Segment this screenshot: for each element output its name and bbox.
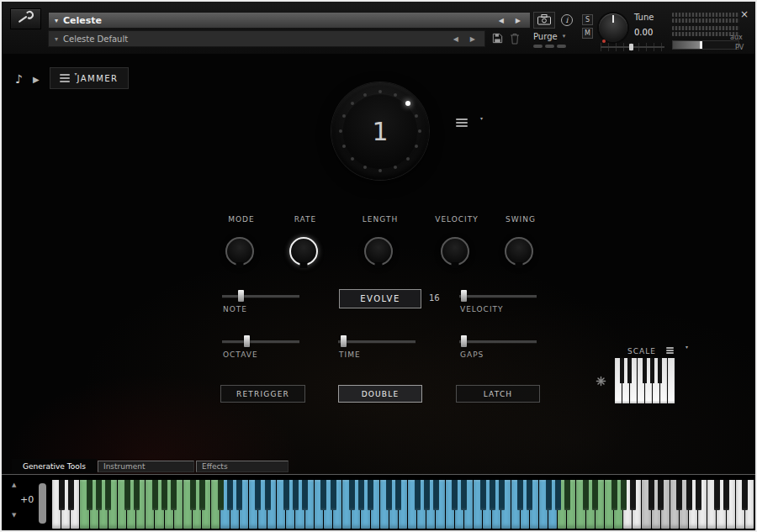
black-key[interactable] [68, 480, 74, 510]
next-instrument-button[interactable]: ▶ [512, 17, 524, 24]
slider-handle[interactable] [461, 335, 467, 347]
black-key[interactable] [331, 480, 336, 510]
next-preset-button[interactable]: ▶ [467, 35, 479, 43]
black-key[interactable] [583, 480, 589, 510]
length-knob[interactable] [364, 237, 393, 266]
black-key[interactable] [517, 480, 523, 510]
black-key[interactable] [415, 480, 421, 510]
solo-button[interactable]: S [582, 14, 593, 25]
black-key[interactable] [490, 480, 495, 510]
black-key[interactable] [714, 480, 720, 510]
retrigger-button[interactable]: RETRIGGER [220, 385, 305, 403]
scale-black-key[interactable] [643, 358, 647, 383]
black-key[interactable] [630, 480, 636, 510]
slider-handle[interactable] [341, 335, 347, 347]
black-key[interactable] [592, 480, 598, 510]
scale-pin-icon[interactable] [596, 374, 607, 386]
black-key[interactable] [59, 480, 65, 510]
mute-button[interactable]: M [582, 28, 593, 39]
scale-menu-button[interactable]: ▾ [666, 347, 681, 357]
purge-menu[interactable]: Purge ▾ [533, 30, 565, 42]
mode-knob[interactable] [225, 237, 254, 266]
volume-handle[interactable] [700, 41, 702, 49]
black-key[interactable] [452, 480, 458, 510]
black-key[interactable] [546, 480, 552, 510]
pan-handle[interactable] [629, 44, 633, 50]
octave-down-button[interactable]: ▼ [12, 512, 16, 519]
scale-black-key[interactable] [620, 358, 624, 383]
chevron-down-icon[interactable]: ▾ [55, 17, 58, 24]
black-key[interactable] [283, 480, 289, 510]
black-key[interactable] [499, 480, 505, 510]
black-key[interactable] [386, 480, 392, 510]
black-key[interactable] [424, 480, 430, 510]
instrument-title-bar[interactable]: ▾ Celeste ◀ ▶ [48, 12, 531, 29]
double-button[interactable]: DOUBLE [338, 385, 422, 403]
jammer-menu-button[interactable]: ▾ JAMMER [50, 67, 129, 89]
keyboard-scroll-handle[interactable] [39, 483, 46, 524]
chevron-down-icon[interactable]: ▾ [55, 35, 58, 43]
black-key[interactable] [255, 480, 261, 510]
scale-black-key[interactable] [658, 358, 662, 383]
black-key[interactable] [433, 480, 439, 510]
black-key[interactable] [96, 480, 102, 510]
black-key[interactable] [742, 480, 748, 510]
black-key[interactable] [395, 480, 401, 510]
black-key[interactable] [611, 480, 617, 510]
black-key[interactable] [161, 480, 167, 510]
black-key[interactable] [723, 480, 729, 510]
black-key[interactable] [349, 480, 355, 510]
step-dial[interactable]: 1 [331, 82, 429, 180]
transpose-value[interactable]: +0 [20, 494, 34, 505]
close-button[interactable]: × [740, 8, 749, 20]
tune-value[interactable]: 0.00 [634, 28, 653, 37]
velocity-slider[interactable] [459, 290, 537, 302]
play-icon[interactable]: ▶ [33, 75, 40, 84]
black-key[interactable] [302, 480, 308, 510]
black-key[interactable] [199, 480, 205, 510]
black-key[interactable] [124, 480, 130, 510]
gaps-slider[interactable] [459, 335, 537, 347]
black-key[interactable] [696, 480, 701, 510]
black-key[interactable] [87, 480, 93, 510]
black-key[interactable] [527, 480, 532, 510]
note-slider[interactable] [222, 290, 299, 302]
evolve-button[interactable]: EVOLVE [339, 289, 421, 308]
tune-knob[interactable] [599, 13, 627, 42]
black-key[interactable] [218, 480, 224, 510]
black-key[interactable] [190, 480, 196, 510]
black-key[interactable] [358, 480, 364, 510]
slider-handle[interactable] [461, 290, 467, 302]
black-key[interactable] [676, 480, 682, 510]
evolve-value[interactable]: 16 [429, 293, 440, 303]
black-key[interactable] [236, 480, 242, 510]
scale-black-key[interactable] [650, 358, 654, 383]
slider-handle[interactable] [244, 335, 250, 347]
black-key[interactable] [686, 480, 692, 510]
save-preset-button[interactable] [491, 32, 505, 45]
prev-preset-button[interactable]: ◀ [450, 35, 462, 43]
black-key[interactable] [105, 480, 111, 510]
tab-instrument[interactable]: Instrument [98, 461, 194, 472]
preset-title-bar[interactable]: ▾ Celeste Default ◀ ▶ [48, 30, 485, 47]
latch-button[interactable]: LATCH [456, 385, 540, 403]
delete-preset-button[interactable] [510, 32, 521, 45]
rate-knob[interactable] [289, 237, 318, 266]
black-key[interactable] [320, 480, 326, 510]
volume-slider[interactable] [672, 40, 739, 50]
black-key[interactable] [658, 480, 664, 510]
tab-generative-tools[interactable]: Generative Tools [12, 459, 97, 473]
velocity-knob[interactable] [441, 237, 469, 266]
octave-up-button[interactable]: ▲ [12, 482, 16, 488]
scale-white-key[interactable] [668, 358, 675, 403]
time-slider[interactable] [338, 335, 416, 347]
edit-instrument-button[interactable] [10, 8, 41, 29]
black-key[interactable] [368, 480, 373, 510]
black-key[interactable] [480, 480, 486, 510]
black-key[interactable] [293, 480, 299, 510]
pan-slider[interactable] [601, 43, 664, 51]
black-key[interactable] [265, 480, 271, 510]
black-key[interactable] [152, 480, 158, 510]
swing-knob[interactable] [505, 237, 533, 266]
music-note-icon[interactable]: ♪ [15, 72, 23, 86]
